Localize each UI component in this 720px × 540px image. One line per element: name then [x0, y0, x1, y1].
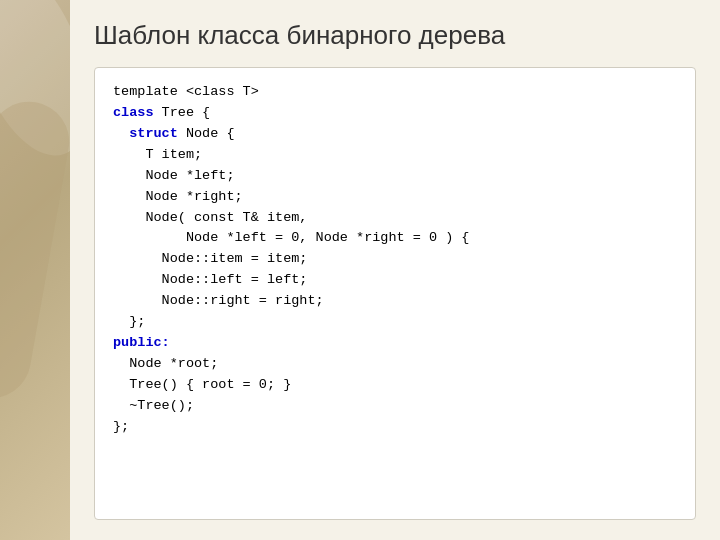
page-title: Шаблон класса бинарного дерева: [94, 20, 696, 51]
code-line: Node *root;: [113, 354, 677, 375]
code-token: Node *left = 0, Node *right = 0 ) {: [113, 230, 469, 245]
code-token: struct: [129, 126, 178, 141]
code-token: Node {: [178, 126, 235, 141]
code-line: Node *left = 0, Node *right = 0 ) {: [113, 228, 677, 249]
code-token: public:: [113, 335, 170, 350]
code-line: };: [113, 312, 677, 333]
code-line: class Tree {: [113, 103, 677, 124]
code-block: template <class T>class Tree { struct No…: [113, 82, 677, 438]
code-line: Node::left = left;: [113, 270, 677, 291]
code-line: Node( const T& item,: [113, 208, 677, 229]
code-token: Node *root;: [113, 356, 218, 371]
code-line: T item;: [113, 145, 677, 166]
code-line: public:: [113, 333, 677, 354]
code-token: Tree {: [154, 105, 211, 120]
code-token: ~Tree();: [113, 398, 194, 413]
code-token: template <class T>: [113, 84, 259, 99]
code-box: template <class T>class Tree { struct No…: [94, 67, 696, 520]
code-token: [113, 126, 129, 141]
code-line: };: [113, 417, 677, 438]
code-line: Tree() { root = 0; }: [113, 375, 677, 396]
code-line: template <class T>: [113, 82, 677, 103]
code-token: Tree() { root = 0; }: [113, 377, 291, 392]
code-line: struct Node {: [113, 124, 677, 145]
code-token: Node( const T& item,: [113, 210, 307, 225]
code-token: Node *left;: [113, 168, 235, 183]
code-token: Node *right;: [113, 189, 243, 204]
code-line: Node *left;: [113, 166, 677, 187]
code-token: };: [113, 314, 145, 329]
code-line: ~Tree();: [113, 396, 677, 417]
code-token: Node::right = right;: [113, 293, 324, 308]
code-token: };: [113, 419, 129, 434]
left-decoration: [0, 0, 70, 540]
code-line: Node *right;: [113, 187, 677, 208]
code-token: Node::item = item;: [113, 251, 307, 266]
code-token: T item;: [113, 147, 202, 162]
code-line: Node::item = item;: [113, 249, 677, 270]
code-token: class: [113, 105, 154, 120]
page: Шаблон класса бинарного дерева template …: [0, 0, 720, 540]
main-content: Шаблон класса бинарного дерева template …: [70, 0, 720, 540]
code-line: Node::right = right;: [113, 291, 677, 312]
code-token: Node::left = left;: [113, 272, 307, 287]
